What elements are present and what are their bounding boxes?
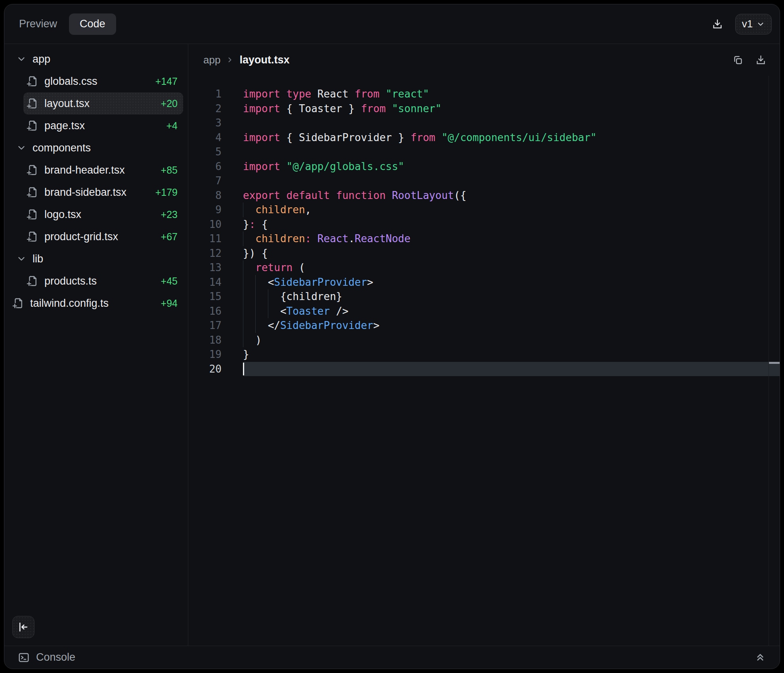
line-number: 9 — [188, 203, 222, 217]
code-line-17[interactable]: 17 </SidebarProvider> — [188, 318, 769, 333]
code-line-16[interactable]: 16 <Toaster /> — [188, 304, 769, 319]
sidebar-item-globals-css[interactable]: globals.css+147 — [23, 70, 183, 92]
indent-guide — [255, 275, 256, 290]
code-line-3[interactable]: 3 — [188, 116, 769, 130]
tab-code[interactable]: Code — [69, 13, 116, 35]
code-line-1[interactable]: 1import type React from "react" — [188, 87, 769, 101]
code-line-2[interactable]: 2import { Toaster } from "sonner" — [188, 101, 769, 116]
code-line-19[interactable]: 19} — [188, 347, 769, 362]
file-plus-icon — [27, 186, 38, 198]
line-number: 14 — [188, 275, 222, 290]
sidebar-item-tailwind-config-ts[interactable]: tailwind.config.ts+94 — [9, 292, 183, 314]
diff-added-badge: +94 — [161, 298, 178, 309]
line-content: }) { — [243, 246, 769, 261]
sidebar-item-product-grid-tsx[interactable]: product-grid.tsx+67 — [23, 226, 183, 248]
line-content: import "@/app/globals.css" — [243, 159, 769, 174]
main-area: appglobals.css+147layout.tsx+20page.tsx+… — [4, 44, 780, 646]
code-scroller[interactable]: 1import type React from "react"2import {… — [188, 76, 769, 646]
indent-guide — [243, 289, 243, 304]
diff-added-badge: +85 — [161, 164, 178, 176]
code-line-5[interactable]: 5 — [188, 145, 769, 159]
sidebar-item-brand-sidebar-tsx[interactable]: brand-sidebar.tsx+179 — [23, 181, 183, 203]
version-selector[interactable]: v1 — [735, 14, 772, 34]
tab-preview[interactable]: Preview — [19, 18, 57, 30]
line-content: ) — [243, 333, 769, 348]
code-line-14[interactable]: 14 <SidebarProvider> — [188, 275, 769, 290]
file-plus-icon — [27, 231, 38, 243]
sidebar-item-logo-tsx[interactable]: logo.tsx+23 — [23, 203, 183, 226]
sidebar-item-brand-header-tsx[interactable]: brand-header.tsx+85 — [23, 159, 183, 181]
copy-code-button[interactable] — [730, 52, 746, 68]
indent-guide — [243, 275, 243, 290]
line-number: 18 — [188, 333, 222, 348]
file-plus-icon — [27, 275, 38, 287]
file-name: products.ts — [44, 275, 97, 287]
folder-name: lib — [33, 253, 43, 265]
sidebar-item-products-ts[interactable]: products.ts+45 — [23, 270, 183, 292]
breadcrumb-file: layout.tsx — [239, 54, 289, 66]
code-body: 1import type React from "react"2import {… — [188, 76, 780, 646]
code-line-9[interactable]: 9 children, — [188, 203, 769, 217]
indent-guide — [255, 304, 256, 319]
indent-guide — [243, 318, 243, 333]
line-content — [243, 362, 769, 377]
code-line-18[interactable]: 18 ) — [188, 333, 769, 348]
chevron-down-icon[interactable] — [16, 143, 27, 153]
line-content — [243, 174, 769, 188]
line-content: children: React.ReactNode — [243, 231, 769, 246]
expand-console-button[interactable] — [751, 648, 769, 667]
code-line-6[interactable]: 6import "@/app/globals.css" — [188, 159, 769, 174]
code-line-8[interactable]: 8export default function RootLayout({ — [188, 188, 769, 203]
code-line-7[interactable]: 7 — [188, 174, 769, 188]
code-line-13[interactable]: 13 return ( — [188, 260, 769, 275]
file-name: product-grid.tsx — [44, 231, 118, 243]
chevron-down-icon[interactable] — [16, 54, 27, 64]
indent-guide — [255, 289, 256, 304]
terminal-icon — [18, 652, 30, 663]
sidebar-item-components[interactable]: components — [13, 137, 183, 159]
line-content: <SidebarProvider> — [243, 275, 769, 290]
diff-added-badge: +179 — [155, 187, 178, 198]
line-number: 4 — [188, 130, 222, 145]
top-header: PreviewCode v1 — [4, 4, 780, 44]
line-content: } — [243, 347, 769, 362]
file-plus-icon — [27, 208, 38, 220]
line-number: 19 — [188, 347, 222, 362]
collapse-sidebar-button[interactable] — [12, 616, 34, 638]
sidebar-item-lib[interactable]: lib — [13, 248, 183, 270]
code-line-15[interactable]: 15 {children} — [188, 289, 769, 304]
scrollbar-track[interactable] — [769, 76, 780, 646]
line-content: {children} — [243, 289, 769, 304]
console-label: Console — [36, 651, 75, 663]
indent-guide — [243, 304, 243, 319]
download-file-button[interactable] — [753, 52, 769, 68]
sidebar-item-layout-tsx[interactable]: layout.tsx+20 — [23, 92, 183, 115]
diff-added-badge: +4 — [166, 120, 178, 132]
line-content: </SidebarProvider> — [243, 318, 769, 333]
file-name: tailwind.config.ts — [30, 297, 109, 310]
sidebar-item-app[interactable]: app — [13, 48, 183, 70]
sidebar-item-page-tsx[interactable]: page.tsx+4 — [23, 115, 183, 137]
line-number: 12 — [188, 246, 222, 261]
line-number: 10 — [188, 217, 222, 232]
file-name: globals.css — [44, 75, 98, 88]
code-line-10[interactable]: 10}: { — [188, 217, 769, 232]
diff-added-badge: +20 — [161, 98, 178, 109]
line-content: return ( — [243, 260, 769, 275]
file-name: brand-sidebar.tsx — [44, 186, 126, 199]
line-number: 6 — [188, 159, 222, 174]
console-bar[interactable]: Console — [4, 646, 780, 669]
diff-added-badge: +23 — [161, 209, 178, 220]
code-line-4[interactable]: 4import { SidebarProvider } from "@/comp… — [188, 130, 769, 145]
code-line-20[interactable]: 20 — [188, 362, 769, 377]
line-content: }: { — [243, 217, 769, 232]
file-plus-icon — [27, 75, 38, 87]
file-name: layout.tsx — [44, 98, 90, 110]
code-line-11[interactable]: 11 children: React.ReactNode — [188, 231, 769, 246]
download-project-button[interactable] — [708, 15, 727, 33]
indent-guide — [268, 289, 268, 304]
code-line-12[interactable]: 12}) { — [188, 246, 769, 261]
chevron-down-icon[interactable] — [16, 254, 27, 264]
file-name: page.tsx — [44, 120, 85, 132]
file-tree-sidebar: appglobals.css+147layout.tsx+20page.tsx+… — [4, 44, 188, 646]
